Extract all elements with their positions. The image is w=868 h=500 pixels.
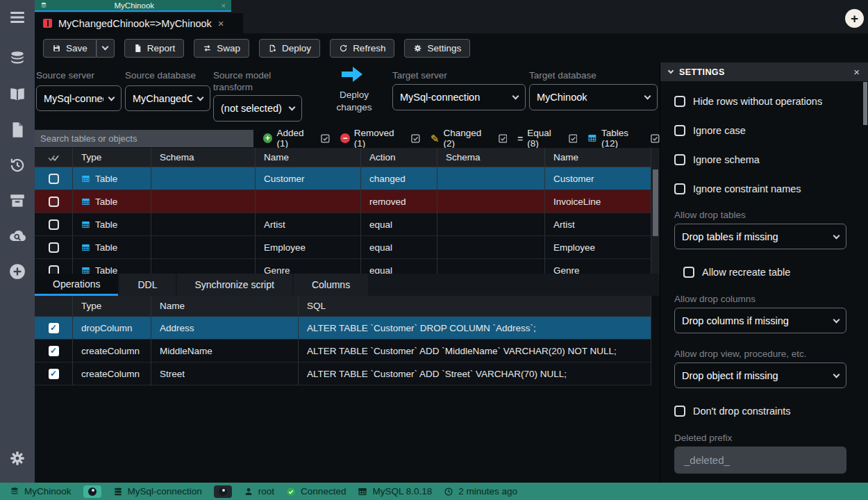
source-database-select[interactable]: MyChangedChinook (125, 85, 210, 111)
row-checkbox[interactable] (49, 219, 59, 230)
row-checkbox-checked[interactable] (49, 323, 59, 333)
engine-badge-icon[interactable] (83, 485, 101, 498)
refresh-button[interactable]: Refresh (330, 39, 394, 58)
settings-panel: SETTINGS × Hide rows without operations … (660, 62, 868, 483)
checkbox-icon[interactable] (674, 183, 685, 194)
filter-removed[interactable]: Removed (1) (340, 128, 420, 149)
row-checkbox-checked[interactable] (49, 346, 59, 356)
checkbox-ignore-constraint-names[interactable]: Ignore constraint names (674, 183, 801, 194)
tab-database-mychinook[interactable]: MyChinook × (35, 0, 231, 12)
add-circle-icon[interactable] (8, 262, 26, 281)
save-button[interactable]: Save (43, 39, 97, 58)
diff-table-scrollbar[interactable] (651, 148, 660, 274)
deploy-arrow-icon (342, 67, 364, 82)
checkbox-icon[interactable] (674, 154, 685, 165)
menu-icon[interactable] (8, 8, 26, 26)
column-header[interactable]: Type (73, 148, 151, 167)
row-checkbox[interactable] (49, 242, 59, 253)
table-grid-icon (587, 133, 597, 143)
settings-button[interactable]: Settings (404, 39, 470, 58)
table-row[interactable]: createColumn MiddleName ALTER TABLE `Cus… (35, 340, 651, 362)
row-checkbox[interactable] (49, 265, 59, 274)
settings-scrollbar-thumb[interactable] (863, 82, 867, 125)
allow-drop-columns-select[interactable]: Drop columns if missing (674, 308, 846, 333)
deleted-prefix-input[interactable] (674, 447, 846, 474)
archive-icon[interactable] (8, 192, 26, 210)
cloud-search-icon[interactable] (8, 227, 26, 245)
source-model-select[interactable]: (not selected) (213, 95, 302, 122)
table-row[interactable]: Table Employee equal Employee (35, 236, 651, 259)
history-icon[interactable] (8, 156, 26, 174)
tab-ddl[interactable]: DDL (119, 274, 175, 296)
file-icon[interactable] (8, 121, 26, 139)
checkbox-check-icon[interactable] (651, 134, 660, 143)
gear-icon[interactable] (8, 449, 26, 467)
checkbox-check-icon[interactable] (321, 134, 330, 143)
table-row[interactable]: createColumn Street ALTER TABLE `Custome… (35, 362, 651, 385)
checkbox-icon[interactable] (683, 267, 694, 278)
table-row[interactable]: Table Artist equal Artist (35, 213, 651, 236)
checkbox-check-icon[interactable] (499, 134, 508, 143)
column-header[interactable]: Name (256, 148, 361, 167)
select-all-icon[interactable] (35, 148, 73, 167)
checkbox-ignore-case[interactable]: Ignore case (674, 125, 746, 136)
diff-filter-badges: Added (1) Removed (1) Changed (2) Equal … (263, 128, 660, 149)
tab-columns[interactable]: Columns (294, 274, 368, 296)
status-database[interactable]: MyChinook (10, 486, 72, 497)
checkbox-check-icon[interactable] (411, 134, 420, 143)
filter-changed[interactable]: Changed (2) (431, 128, 507, 149)
status-connection[interactable]: MySql-connection (113, 486, 202, 497)
checkbox-icon[interactable] (674, 96, 685, 107)
close-icon[interactable]: × (853, 66, 860, 78)
target-database-select[interactable]: MyChinook (529, 84, 658, 110)
tab-compare-file[interactable]: MyChangedChinook=>MyChinook × (35, 13, 243, 33)
column-header[interactable]: Name (545, 148, 651, 167)
filter-equal[interactable]: Equal (8) (517, 128, 577, 149)
row-checkbox-checked[interactable] (49, 369, 59, 379)
column-header[interactable]: Schema (151, 148, 256, 167)
allow-drop-tables-select[interactable]: Drop tables if missing (674, 224, 846, 249)
column-header[interactable]: Type (73, 296, 151, 316)
table-row[interactable]: Table Customer changed Customer (35, 167, 651, 190)
table-row[interactable]: Table Genre equal Genre (35, 259, 651, 274)
close-icon[interactable]: × (218, 17, 224, 29)
databases-icon[interactable] (8, 50, 26, 68)
tab-operations[interactable]: Operations (35, 274, 118, 296)
checkbox-dont-drop-constraints[interactable]: Don't drop constraints (674, 406, 791, 417)
table-row[interactable]: dropColumn Address ALTER TABLE `Customer… (35, 317, 651, 340)
column-header[interactable]: Action (361, 148, 437, 167)
report-button[interactable]: Report (124, 39, 185, 58)
checkbox-icon[interactable] (674, 125, 685, 136)
checkbox-allow-recreate-table[interactable]: Allow recreate table (683, 267, 790, 278)
settings-title: SETTINGS (679, 67, 725, 77)
add-tab-button[interactable]: + (845, 9, 864, 28)
tab-strip: MyChinook × MyChangedChinook=>MyChinook … (35, 0, 868, 33)
column-header[interactable]: SQL (299, 296, 651, 316)
checkbox-ignore-schema[interactable]: Ignore schema (674, 154, 760, 165)
row-checkbox[interactable] (49, 197, 59, 207)
row-checkbox[interactable] (49, 174, 59, 184)
checkbox-hide-rows[interactable]: Hide rows without operations (674, 96, 822, 107)
column-header[interactable]: Name (151, 296, 299, 316)
scrollbar-thumb[interactable] (653, 169, 658, 236)
deploy-button[interactable]: Deploy (259, 39, 320, 58)
swap-button[interactable]: Swap (194, 39, 249, 58)
filter-tables[interactable]: Tables (12) (587, 128, 660, 149)
allow-drop-view-select[interactable]: Drop object if missing (674, 362, 846, 388)
search-input[interactable] (35, 130, 253, 147)
close-icon[interactable]: × (222, 1, 226, 10)
column-header[interactable]: Schema (437, 148, 545, 167)
checkbox-check-icon[interactable] (569, 134, 578, 143)
target-server-select[interactable]: MySql-connection (392, 84, 526, 110)
refresh-icon (339, 44, 348, 53)
checkbox-icon[interactable] (674, 406, 685, 417)
deploy-changes-label[interactable]: Deploy changes (323, 89, 385, 114)
table-row[interactable]: Table removed InvoiceLine (35, 190, 651, 213)
book-icon[interactable] (8, 85, 26, 103)
tab-synchronize-script[interactable]: Synchronize script (177, 274, 292, 296)
save-dropdown-button[interactable] (97, 39, 115, 58)
settings-panel-header[interactable]: SETTINGS × (660, 62, 868, 81)
engine-badge-icon[interactable] (214, 485, 232, 498)
filter-added[interactable]: Added (1) (263, 128, 330, 149)
source-server-select[interactable]: MySql-connection (36, 85, 122, 111)
